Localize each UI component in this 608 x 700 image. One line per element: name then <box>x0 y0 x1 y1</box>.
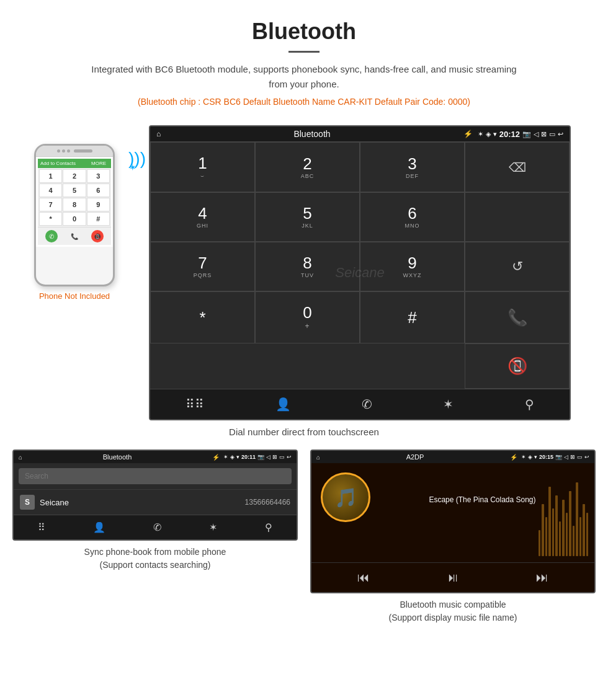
pb-contact-number: 13566664466 <box>245 498 290 507</box>
dial-key-4[interactable]: 4 GHI <box>150 192 255 242</box>
music-main-area: 🎵 Escape (The Pina Colada Song) <box>311 463 594 562</box>
pb-bottom-nav: ⠿ 👤 ✆ ✶ ⚲ <box>14 515 297 539</box>
dial-key-0[interactable]: 0 + <box>255 291 360 343</box>
pb-status-bar: ⌂ Bluetooth ⚡ ✶ ◈ ▾ 20:11 📷 ◁ ⊠ ▭ ↩ <box>14 451 297 463</box>
music-status-icons: ✶ ◈ ▾ 20:15 📷 ◁ ⊠ ▭ ↩ <box>521 454 589 460</box>
pb-title: Bluetooth <box>26 453 208 461</box>
pb-contact-row: S Seicane 13566664466 <box>14 489 297 515</box>
pb-usb-icon: ⚡ <box>212 454 220 461</box>
bottom-row: ⌂ Bluetooth ⚡ ✶ ◈ ▾ 20:11 📷 ◁ ⊠ ▭ ↩ <box>0 450 608 643</box>
music-status-bar: ⌂ A2DP ⚡ ✶ ◈ ▾ 20:15 📷 ◁ ⊠ ▭ ↩ <box>311 451 594 463</box>
music-equalizer <box>539 469 588 556</box>
phone-mockup: Add to Contacts MORE 1 2 3 4 5 6 7 8 9 * <box>34 144 115 286</box>
grid-nav-icon[interactable]: ⠿ <box>186 397 204 412</box>
pb-caption: Sync phone-book from mobile phone (Suppo… <box>12 546 298 572</box>
main-section: ))) ✶ Add to Contacts MORE <box>0 125 608 420</box>
music-caption: Bluetooth music compatible (Support disp… <box>310 598 596 624</box>
main-screen-title: Bluetooth <box>166 129 458 139</box>
dial-key-2[interactable]: 2 ABC <box>255 142 360 192</box>
person-nav-icon[interactable]: 👤 <box>275 397 291 412</box>
dial-call-button[interactable]: 📞 <box>465 291 570 343</box>
next-button[interactable]: ⏭ <box>536 570 548 585</box>
pb-status-icons: ✶ ◈ ▾ 20:11 📷 ◁ ⊠ ▭ ↩ <box>223 454 292 460</box>
play-pause-button[interactable]: ⏯ <box>447 570 459 585</box>
screen-main: Bluetooth ⚡ ✶ ◈ ▾ 20:12 📷 ◁ ⊠ ▭ ↩ <box>149 125 571 420</box>
dial-refresh-button[interactable]: ↺ <box>465 242 570 291</box>
dial-empty-2 <box>150 343 255 389</box>
radio-screen: Bluetooth ⚡ ✶ ◈ ▾ 20:12 📷 ◁ ⊠ ▭ ↩ <box>149 125 571 420</box>
link-nav-icon[interactable]: ⚲ <box>525 397 534 412</box>
pb-grid-icon[interactable]: ⠿ <box>38 521 45 533</box>
phone-top-bar <box>36 146 113 157</box>
status-icons: ✶ ◈ ▾ 20:12 📷 ◁ ⊠ ▭ ↩ <box>478 130 563 139</box>
music-controls: ⏮ ⏯ ⏭ <box>311 562 594 592</box>
page-specs: (Bluetooth chip : CSR BC6 Default Blueto… <box>12 97 596 107</box>
vol-icon: ◁ <box>534 130 539 138</box>
wifi-icon: ▾ <box>493 130 497 138</box>
music-home-icon[interactable]: ⌂ <box>316 454 320 461</box>
pb-search-input[interactable] <box>19 468 292 484</box>
main-status-bar: Bluetooth ⚡ ✶ ◈ ▾ 20:12 📷 ◁ ⊠ ▭ ↩ <box>150 126 570 141</box>
dial-empty-3 <box>255 343 360 389</box>
dial-key-9[interactable]: 9 WXYZ <box>360 242 465 291</box>
page-title: Bluetooth <box>12 19 596 45</box>
dial-key-star[interactable]: * <box>150 291 255 343</box>
phone-not-included-label: Phone Not Included <box>39 291 110 301</box>
dial-empty-4 <box>360 343 465 389</box>
pb-search-area <box>14 463 297 489</box>
dial-key-6[interactable]: 6 MNO <box>360 192 465 242</box>
loc-icon: ◈ <box>486 130 491 138</box>
page-header: Bluetooth Integrated with BC6 Bluetooth … <box>0 0 608 125</box>
music-screen-title: A2DP <box>324 453 506 461</box>
bluetooth-symbol-icon: ✶ <box>129 162 136 172</box>
pb-person-icon[interactable]: 👤 <box>93 521 105 533</box>
dial-key-3[interactable]: 3 DEF <box>360 142 465 192</box>
close-icon: ⊠ <box>541 130 547 138</box>
music-screen: ⌂ A2DP ⚡ ✶ ◈ ▾ 20:15 📷 ◁ ⊠ ▭ ↩ 🎵 <box>310 450 596 593</box>
dial-key-1[interactable]: 1 ⌣ <box>150 142 255 192</box>
phone-side: ))) ✶ Add to Contacts MORE <box>12 125 136 301</box>
pb-home-icon[interactable]: ⌂ <box>19 454 22 461</box>
dialpad: 1 ⌣ 2 ABC 3 DEF ⌫ 4 GHI <box>150 141 570 389</box>
win-icon: ▭ <box>549 130 555 138</box>
pb-phone-icon[interactable]: ✆ <box>153 521 161 533</box>
phone-nav-icon[interactable]: ✆ <box>362 397 372 412</box>
phone-screen: Add to Contacts MORE 1 2 3 4 5 6 7 8 9 * <box>36 157 113 247</box>
cam-icon: 📷 <box>522 130 531 138</box>
pb-contact-name: Seicane <box>40 498 240 507</box>
phone-call-button[interactable]: ✆ <box>45 230 58 242</box>
phone-end-button[interactable]: 📵 <box>91 230 104 242</box>
phone-speaker <box>74 149 92 153</box>
phonebook-screen: ⌂ Bluetooth ⚡ ✶ ◈ ▾ 20:11 📷 ◁ ⊠ ▭ ↩ <box>12 450 298 541</box>
bluetooth-nav-icon[interactable]: ✶ <box>443 397 454 412</box>
page-description: Integrated with BC6 Bluetooth module, su… <box>87 62 521 92</box>
main-bottom-nav: ⠿ 👤 ✆ ✶ ⚲ <box>150 389 570 419</box>
dial-key-7[interactable]: 7 PQRS <box>150 242 255 291</box>
pb-link-icon[interactable]: ⚲ <box>265 521 272 533</box>
phone-keypad: 1 2 3 4 5 6 7 8 9 * 0 # <box>38 168 111 227</box>
dial-backspace-button[interactable]: ⌫ <box>465 142 570 192</box>
home-icon[interactable] <box>156 130 161 138</box>
dial-key-hash[interactable]: # <box>360 291 465 343</box>
usb-icon: ⚡ <box>463 130 473 138</box>
music-item: ⌂ A2DP ⚡ ✶ ◈ ▾ 20:15 📷 ◁ ⊠ ▭ ↩ 🎵 <box>310 450 596 624</box>
dial-key-5[interactable]: 5 JKL <box>255 192 360 242</box>
phonebook-item: ⌂ Bluetooth ⚡ ✶ ◈ ▾ 20:11 📷 ◁ ⊠ ▭ ↩ <box>12 450 298 624</box>
clock: 20:12 <box>499 130 520 139</box>
title-divider <box>288 51 320 53</box>
dial-end-button[interactable]: 📵 <box>465 343 570 389</box>
phone-contact-bar: Add to Contacts MORE <box>38 159 111 168</box>
music-album-art: 🎵 <box>321 472 370 522</box>
main-caption: Dial number direct from touchscreen <box>0 427 608 437</box>
bt-icon: ✶ <box>478 130 483 138</box>
dial-key-8[interactable]: 8 TUV <box>255 242 360 291</box>
dial-empty-1 <box>465 192 570 242</box>
pb-bt-icon[interactable]: ✶ <box>209 521 217 533</box>
prev-button[interactable]: ⏮ <box>357 570 370 585</box>
back-icon: ↩ <box>558 130 563 138</box>
music-content: 🎵 Escape (The Pina Colada Song) <box>321 472 585 522</box>
phone-bottom-bar: ✆ 📞 📵 <box>38 227 111 245</box>
pb-avatar: S <box>20 495 35 510</box>
